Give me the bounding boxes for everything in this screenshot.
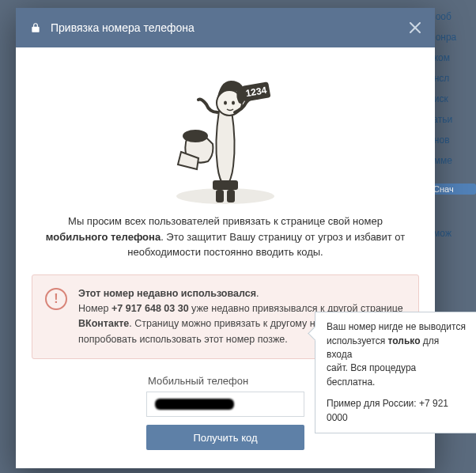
phone-hint-tooltip: Ваш номер нигде не выводится используетс… <box>315 312 476 433</box>
phone-label: Мобильный телефон <box>146 375 304 387</box>
modal-header: Привязка номера телефона <box>16 8 435 47</box>
svg-point-4 <box>183 130 208 142</box>
lock-icon <box>30 22 41 33</box>
svg-rect-1 <box>213 180 238 190</box>
tooltip-p1: Ваш номер нигде не выводится используетс… <box>327 320 467 389</box>
intro-text: Мы просим всех пользователей привязать к… <box>36 214 414 260</box>
redacted-phone-value <box>155 399 234 410</box>
bg-link: бнов <box>429 134 476 146</box>
warning-phone: +7 917 648 03 30 <box>111 303 189 314</box>
bg-link: оиск <box>429 93 476 104</box>
tooltip-example: Пример для России: +7 921 0000 <box>327 397 467 425</box>
warning-heading: Этот номер недавно использовался <box>78 288 256 299</box>
alert-icon: ! <box>45 288 67 310</box>
get-code-button[interactable]: Получить код <box>146 425 304 450</box>
bg-link: ансл <box>429 73 476 84</box>
intro-pre: Мы просим всех пользователей привязать к… <box>68 215 383 227</box>
illustration-woman-phone-icon: 1234 <box>162 63 289 206</box>
close-button[interactable] <box>410 20 421 36</box>
bg-button[interactable]: Снач <box>429 184 476 195</box>
modal-title: Привязка номера телефона <box>51 21 195 34</box>
bg-link: омме <box>429 155 476 166</box>
bg-link: еком <box>429 52 476 63</box>
bg-link: Понра <box>429 32 476 43</box>
phone-input[interactable] <box>146 392 304 417</box>
svg-rect-2 <box>216 190 224 202</box>
svg-rect-3 <box>227 190 235 202</box>
intro-post: . Это защитит Вашу страницу от угроз и и… <box>127 231 405 259</box>
close-icon <box>410 22 421 33</box>
svg-point-0 <box>176 188 274 204</box>
intro-bold: мобильного телефона <box>46 231 161 243</box>
bg-link: эмож <box>429 228 476 239</box>
svg-point-6 <box>224 101 227 105</box>
phone-form: Мобильный телефон Получить код <box>146 375 304 450</box>
bg-link: Сооб <box>429 11 476 22</box>
svg-point-7 <box>232 101 235 105</box>
bg-link: татьи <box>429 114 476 125</box>
